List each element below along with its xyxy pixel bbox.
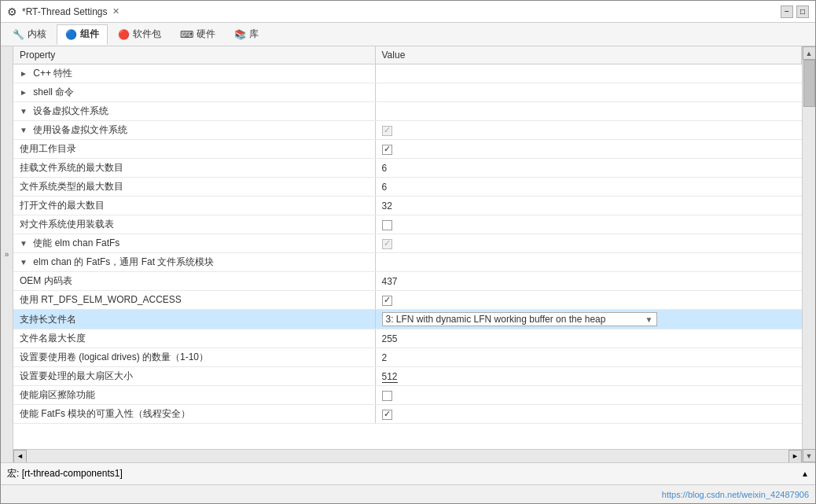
- sector-erase-checkbox[interactable]: [382, 391, 392, 401]
- components-icon: 🔵: [65, 29, 77, 40]
- maximize-button[interactable]: □: [796, 6, 809, 18]
- library-icon: 📚: [234, 29, 246, 40]
- reentrant-checkbox[interactable]: [382, 410, 392, 420]
- max-fstype-label: 文件系统类型的最大数目: [20, 181, 123, 192]
- max-mount-value: 6: [382, 163, 388, 174]
- elm-fatfs-label: 使能 elm chan FatFs: [33, 237, 119, 248]
- settings-scroll[interactable]: Property Value ► C++ 特性: [13, 46, 802, 449]
- col-value-header: Value: [375, 46, 802, 64]
- tab-packages[interactable]: 🔴 软件包: [109, 24, 170, 45]
- word-access-label: 使用 RT_DFS_ELM_WORD_ACCESS: [20, 294, 182, 305]
- window: ⚙ *RT-Thread Settings ✕ − □ 🔧 内核 🔵 组件 🔴 …: [0, 0, 816, 504]
- table-row: OEM 内码表 437: [13, 272, 802, 291]
- use-workdir-checkbox[interactable]: [382, 145, 392, 155]
- oem-code-label: OEM 内码表: [20, 275, 72, 286]
- v-scroll-up-button[interactable]: ▲: [803, 46, 816, 60]
- max-open-label: 打开文件的最大数目: [20, 200, 105, 211]
- h-scroll-track: [27, 450, 788, 463]
- expand-elm-icon[interactable]: ▼: [20, 239, 29, 248]
- table-row: 使用工作目录: [13, 140, 802, 159]
- max-sector-label: 设置要处理的最大扇区大小: [20, 370, 133, 381]
- lfn-support-dropdown[interactable]: 3: LFN with dynamic LFN working buffer o…: [382, 312, 657, 326]
- table-row: 对文件系统使用装载表: [13, 215, 802, 234]
- status-bar: 宏: [rt-thread-components1] ▲: [1, 462, 815, 484]
- h-scrollbar[interactable]: ◄ ►: [13, 449, 802, 462]
- expand-cpp-icon[interactable]: ►: [20, 69, 29, 79]
- table-row: ► C++ 特性: [13, 64, 802, 83]
- use-mount-table-label: 对文件系统使用装载表: [20, 219, 114, 230]
- table-row: ► shell 命令: [13, 83, 802, 102]
- table-row: 设置要处理的最大扇区大小 512: [13, 367, 802, 386]
- table-row: 设置要使用卷 (logical drives) 的数量（1-10） 2: [13, 348, 802, 367]
- table-row: ▼ 设备虚拟文件系统: [13, 102, 802, 121]
- tab-components[interactable]: 🔵 组件: [57, 24, 108, 45]
- table-row: 挂载文件系统的最大数目 6: [13, 159, 802, 178]
- devfs-label: 设备虚拟文件系统: [33, 105, 108, 116]
- v-scroll-down-button[interactable]: ▼: [803, 449, 816, 462]
- logical-drives-value: 2: [382, 352, 388, 363]
- tab-kernel[interactable]: 🔧 内核: [4, 24, 55, 45]
- scroll-up-button[interactable]: ▲: [801, 469, 809, 478]
- macro-status: 宏: [rt-thread-components1]: [7, 467, 123, 480]
- kernel-icon: 🔧: [13, 29, 24, 40]
- elm-fatfs-module-label: elm chan 的 FatFs，通用 Fat 文件系统模块: [33, 256, 214, 267]
- v-scrollbar[interactable]: ▲ ▼: [802, 46, 815, 462]
- collapse-arrow[interactable]: »: [1, 46, 13, 462]
- h-scroll-left-button[interactable]: ◄: [13, 450, 27, 463]
- expand-elm-module-icon[interactable]: ▼: [20, 258, 29, 267]
- lfn-support-value: 3: LFN with dynamic LFN working buffer o…: [386, 314, 606, 325]
- expand-use-devfs-icon[interactable]: ▼: [20, 126, 29, 135]
- table-row: ▼ elm chan 的 FatFs，通用 Fat 文件系统模块: [13, 253, 802, 272]
- oem-code-value: 437: [382, 276, 398, 287]
- table-row: ▼ 使用设备虚拟文件系统: [13, 121, 802, 140]
- sector-erase-label: 使能扇区擦除功能: [20, 389, 95, 400]
- table-row: 文件名最大长度 255: [13, 329, 802, 348]
- dropdown-arrow-icon[interactable]: ▼: [645, 315, 653, 324]
- max-mount-label: 挂载文件系统的最大数目: [20, 162, 123, 173]
- elm-fatfs-checkbox[interactable]: [382, 239, 392, 249]
- max-lfn-label: 文件名最大长度: [20, 333, 86, 344]
- packages-icon: 🔴: [118, 29, 130, 40]
- expand-devfs-icon[interactable]: ▼: [20, 107, 29, 116]
- info-bar: https://blog.csdn.net/weixin_42487906: [1, 484, 815, 503]
- shell-label: shell 命令: [33, 86, 74, 97]
- settings-table: Property Value ► C++ 特性: [13, 46, 802, 424]
- window-title: *RT-Thread Settings: [22, 6, 108, 17]
- table-row: 使能 FatFs 模块的可重入性（线程安全）: [13, 405, 802, 424]
- use-workdir-label: 使用工作目录: [20, 143, 76, 154]
- use-mount-table-checkbox[interactable]: [382, 220, 392, 230]
- expand-shell-icon[interactable]: ►: [20, 88, 29, 97]
- title-bar: ⚙ *RT-Thread Settings ✕ − □: [1, 1, 815, 23]
- table-row: ▼ 使能 elm chan FatFs: [13, 234, 802, 253]
- hardware-icon: ⌨: [180, 29, 193, 40]
- v-scroll-track: [803, 60, 816, 449]
- use-devfs-checkbox[interactable]: [382, 126, 392, 136]
- table-row: 使能扇区擦除功能: [13, 386, 802, 405]
- table-row: 打开文件的最大数目 32: [13, 197, 802, 215]
- tab-hardware[interactable]: ⌨ 硬件: [171, 24, 224, 45]
- settings-area: Property Value ► C++ 特性: [13, 46, 802, 462]
- h-scroll-right-button[interactable]: ►: [788, 450, 802, 463]
- max-open-value: 32: [382, 200, 392, 212]
- window-icon: ⚙: [7, 6, 17, 18]
- lfn-support-label: 支持长文件名: [20, 314, 76, 325]
- max-sector-value: 512: [382, 371, 398, 383]
- table-row: 使用 RT_DFS_ELM_WORD_ACCESS: [13, 291, 802, 310]
- close-tab-icon[interactable]: ✕: [112, 6, 119, 17]
- use-devfs-label: 使用设备虚拟文件系统: [33, 124, 127, 135]
- info-url: https://blog.csdn.net/weixin_42487906: [662, 490, 809, 499]
- main-area: » Property Value ►: [1, 46, 815, 462]
- table-row: 支持长文件名 3: LFN with dynamic LFN working b…: [13, 310, 802, 329]
- max-fstype-value: 6: [382, 182, 388, 193]
- v-scroll-thumb[interactable]: [803, 60, 815, 107]
- logical-drives-label: 设置要使用卷 (logical drives) 的数量（1-10）: [20, 351, 208, 362]
- max-lfn-value: 255: [382, 333, 398, 344]
- word-access-checkbox[interactable]: [382, 296, 392, 306]
- table-row: 文件系统类型的最大数目 6: [13, 178, 802, 197]
- cpp-label: C++ 特性: [33, 68, 72, 79]
- tab-library[interactable]: 📚 库: [226, 24, 267, 45]
- minimize-button[interactable]: −: [781, 6, 793, 18]
- col-property-header: Property: [13, 46, 375, 64]
- tab-bar: 🔧 内核 🔵 组件 🔴 软件包 ⌨ 硬件 📚 库: [1, 23, 815, 46]
- chevron-right-icon: »: [5, 250, 9, 259]
